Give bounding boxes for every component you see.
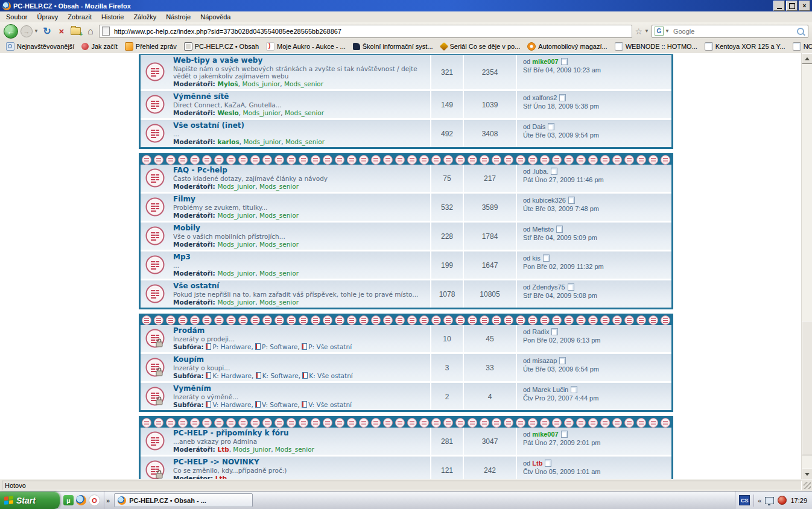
goto-last-post-icon[interactable] [571,386,577,393]
forum-title-link[interactable]: FAQ - Pc-help [173,166,227,174]
close-button[interactable]: × [799,1,810,11]
menu-item-nástroje[interactable]: Nástroje [161,12,195,22]
last-post-user-link[interactable]: Ltb [532,460,542,467]
goto-last-post-icon[interactable] [568,283,574,291]
moderator-link[interactable]: Weslo [217,109,238,116]
moderator-link[interactable]: karlos [217,138,239,145]
utorrent-icon[interactable]: µ [63,495,74,505]
menu-item-úpravy[interactable]: Úpravy [32,12,63,22]
maximize-button[interactable] [786,1,798,11]
forum-title-link[interactable]: Mobily [173,224,200,232]
forum-title-link[interactable]: PC-HELP - připomínky k fóru [173,429,289,437]
last-post-user-link[interactable]: Dais [532,123,545,130]
reload-button[interactable]: ↻ [41,25,53,37]
subforum-link[interactable]: P: Software [262,343,298,350]
quick-launch-overflow-chevron[interactable]: » [104,497,112,504]
search-icon[interactable] [797,28,804,35]
last-post-user-link[interactable]: xalfons2 [532,94,557,101]
scroll-down-button[interactable] [802,469,812,479]
subforum-link[interactable]: V: Software [262,401,298,408]
last-post-user-link[interactable]: mike007 [532,431,558,438]
history-dropdown-icon[interactable]: ▼ [34,28,39,34]
moderator-link[interactable]: Mods_senior [259,241,299,248]
vertical-scrollbar[interactable] [801,53,812,479]
menu-item-záložky[interactable]: Záložky [128,12,161,22]
moderator-link[interactable]: Mods_senior [285,109,324,116]
goto-last-post-icon[interactable] [543,255,550,262]
moderator-link[interactable]: Mods_senior [275,446,314,453]
scroll-up-button[interactable] [802,53,812,64]
bookmark-item[interactable]: Automobilový magazí... [524,41,611,52]
forum-title-link[interactable]: Koupím [173,355,204,364]
subforum-link[interactable]: P: Vše ostatní [308,343,352,350]
bookmark-star-icon[interactable]: ☆ [635,27,644,36]
bookmark-item[interactable]: Seriál Co se děje v po... [437,42,524,51]
antivirus-shield-icon[interactable] [778,496,787,505]
bookmark-item[interactable]: Kentoya XOR 125 a Y... [701,41,789,52]
forum-title-link[interactable]: Prodám [173,326,205,335]
moderator-link[interactable]: Myloš [217,80,238,87]
task-button-firefox[interactable]: PC-HELP.CZ • Obsah - ... [114,493,253,507]
moderator-link[interactable]: Mods_senior [259,212,299,219]
goto-last-post-icon[interactable] [545,460,551,467]
bookmark-item[interactable]: Moje Aukro - Aukce - ... [262,41,349,52]
search-box[interactable]: G ▼ [652,25,808,38]
network-icon[interactable] [765,497,774,504]
moderator-link[interactable]: Mods_junior [217,270,255,277]
menu-item-historie[interactable]: Historie [97,12,128,22]
tray-collapse-chevron[interactable]: « [758,497,761,504]
subforum-link[interactable]: P: Hardware [212,343,251,350]
goto-last-post-icon[interactable] [561,431,568,438]
forum-title-link[interactable]: Vše ostatní (inet) [173,121,244,130]
forum-title-link[interactable]: Filmy [173,195,195,203]
last-post-user-link[interactable]: Marek Lučin [532,386,568,393]
bookmark-item[interactable]: NOLAN N103 CLASSI... [789,41,812,52]
stop-button[interactable]: × [56,25,68,37]
moderator-link[interactable]: Mods_senior [285,138,325,145]
forum-title-link[interactable]: Vyměním [173,384,211,393]
goto-last-post-icon[interactable] [559,357,566,364]
subforum-link[interactable]: K: Vše ostatní [309,372,352,379]
forum-title-link[interactable]: Mp3 [173,253,191,261]
forum-title-link[interactable]: Web-tipy a vaše weby [173,56,262,65]
scrollbar-thumb[interactable] [802,321,812,455]
menu-item-soubor[interactable]: Soubor [1,12,32,22]
subforum-link[interactable]: V: Vše ostatní [308,401,352,408]
back-button[interactable]: ← [4,24,18,39]
moderator-link[interactable]: Mods_junior [243,109,281,116]
goto-last-post-icon[interactable] [551,328,558,335]
bookmark-item[interactable]: Přehled zpráv [121,41,180,52]
firefox-icon[interactable] [76,495,86,505]
minimize-button[interactable] [773,1,785,11]
moderator-link[interactable]: Mods_junior [217,299,255,306]
last-post-user-link[interactable]: kubicek326 [532,197,566,204]
goto-last-post-icon[interactable] [559,94,566,101]
moderator-link[interactable]: Mods_junior [217,212,255,219]
search-engine-icon[interactable]: G [655,27,664,36]
search-input[interactable] [672,27,795,36]
moderator-link[interactable]: Mods_junior [243,138,281,145]
last-post-user-link[interactable]: misazap [532,357,557,364]
last-post-user-link[interactable]: .luba. [532,168,548,175]
bookmark-item[interactable]: Nejnavštěvovanější [2,41,78,52]
menu-item-nápověda[interactable]: Nápověda [195,12,235,22]
forum-title-link[interactable]: PC-HELP -> NOVINKY [173,458,259,466]
subforum-link[interactable]: K: Hardware [212,372,251,379]
last-post-user-link[interactable]: Radix [532,328,549,335]
new-tab-button[interactable] [70,25,82,37]
bookmark-dropdown-icon[interactable]: ▼ [644,28,649,34]
moderator-link[interactable]: Mods_senior [259,299,299,306]
opera-icon[interactable]: O [89,495,100,506]
goto-last-post-icon[interactable] [548,123,554,130]
last-post-user-link[interactable]: Mefisto [532,226,553,233]
moderator-link[interactable]: Mods_junior [217,241,255,248]
search-engine-dropdown-icon[interactable]: ▼ [665,28,670,34]
moderator-link[interactable]: Mods_junior [242,80,280,87]
last-post-user-link[interactable]: kis [532,255,540,262]
bookmark-item[interactable]: WEBNODE :: HOTMO... [611,41,701,52]
url-input[interactable] [113,27,629,36]
subforum-link[interactable]: K: Software [262,372,299,379]
moderator-link[interactable]: Ltb [217,446,229,453]
location-bar[interactable] [99,25,632,38]
goto-last-post-icon[interactable] [556,226,563,233]
